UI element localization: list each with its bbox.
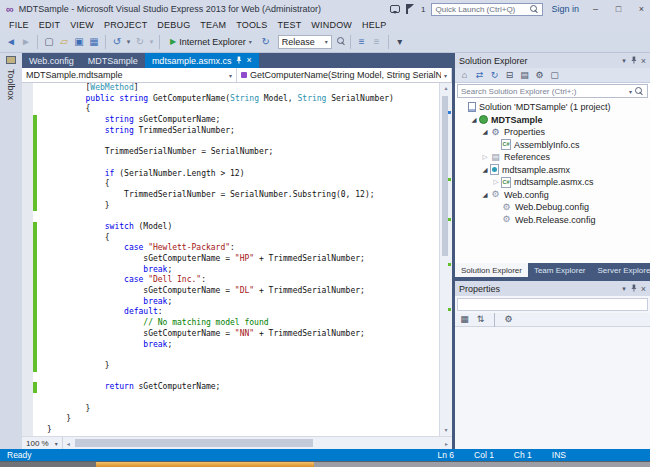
maximize-button[interactable]: □	[610, 4, 627, 14]
uncomment-lines-icon[interactable]: ≡	[370, 37, 384, 47]
sync-with-active-document-icon[interactable]: ⇄	[474, 71, 485, 80]
code-line[interactable]	[22, 158, 439, 169]
window-position-icon[interactable]: ▾	[622, 285, 626, 293]
code-line[interactable]: {	[22, 104, 439, 115]
redo-icon[interactable]: ↻	[133, 37, 147, 47]
code-line[interactable]: public string GetComputerName(String Mod…	[22, 94, 439, 105]
tree-item-mdtsample[interactable]: ◢MDTSample	[455, 114, 650, 127]
properties-icon[interactable]: ⚙	[534, 71, 545, 80]
code-line[interactable]: }	[22, 425, 439, 436]
tree-item-properties[interactable]: ◢⚙Properties	[455, 126, 650, 139]
close-tab-icon[interactable]: ×	[246, 56, 251, 65]
tree-item-references[interactable]: ▷▤References	[455, 151, 650, 164]
code-line[interactable]: TrimmedSerialNumber = SerialNumber;	[22, 147, 439, 158]
undo-icon[interactable]: ↺	[110, 37, 124, 47]
code-line[interactable]: TrimmedSerialNumber = SerialNumber.Subst…	[22, 190, 439, 201]
refresh-icon[interactable]: ↻	[489, 71, 500, 80]
code-line[interactable]: return sGetComputerName;	[22, 382, 439, 393]
menu-tools[interactable]: TOOLS	[231, 20, 272, 30]
window-position-icon[interactable]: ▾	[622, 57, 626, 65]
tab-web-config[interactable]: Web.config	[22, 53, 81, 68]
scroll-left-arrow[interactable]: ◂	[63, 440, 74, 447]
zoom-level-dropdown[interactable]: 100 % ▾	[22, 437, 63, 449]
expander-icon[interactable]: ◢	[469, 116, 479, 124]
open-file-icon[interactable]: ▱	[57, 37, 71, 47]
expander-icon[interactable]: ▷	[491, 178, 501, 186]
scroll-down-arrow[interactable]: ▾	[440, 425, 452, 436]
solution-explorer-search[interactable]: Search Solution Explorer (Ctrl+;) ▾	[457, 84, 648, 98]
minimize-button[interactable]: –	[587, 4, 604, 14]
menu-test[interactable]: TEST	[273, 20, 307, 30]
code-line[interactable]	[22, 136, 439, 147]
expander-icon[interactable]: ◢	[480, 166, 490, 174]
notifications-flag-icon[interactable]	[406, 4, 415, 14]
tree-item-web-debug-config[interactable]: ⚙Web.Debug.config	[455, 201, 650, 214]
panel-tab-team-explorer[interactable]: Team Explorer	[528, 263, 592, 277]
code-line[interactable]: if (SerialNumber.Length > 12)	[22, 169, 439, 180]
code-line[interactable]: }	[22, 361, 439, 372]
code-line[interactable]: {	[22, 233, 439, 244]
menu-window[interactable]: WINDOW	[306, 20, 357, 30]
editor-vertical-scrollbar[interactable]: ▴ ▾	[439, 83, 452, 436]
redo-dropdown-icon[interactable]: ▾	[148, 38, 155, 45]
menu-debug[interactable]: DEBUG	[152, 20, 195, 30]
tree-item-assemblyinfo-cs[interactable]: C#AssemblyInfo.cs	[455, 139, 650, 152]
vertical-scroll-thumb[interactable]	[442, 96, 448, 256]
code-line[interactable]: [WebMethod]	[22, 83, 439, 94]
code-line[interactable]: break;	[22, 340, 439, 351]
tab-mdtsample[interactable]: MDTSample	[81, 53, 145, 68]
expander-icon[interactable]: ▷	[480, 153, 490, 161]
code-line[interactable]: default:	[22, 307, 439, 318]
code-line[interactable]: case "Dell Inc.":	[22, 275, 439, 286]
panel-tab-solution-explorer[interactable]: Solution Explorer	[455, 263, 528, 277]
tree-item-mdtsample-asmx-cs[interactable]: ▷C#mdtsample.asmx.cs	[455, 176, 650, 189]
tree-item-web-config[interactable]: ◢⚙Web.config	[455, 189, 650, 202]
code-line[interactable]: }	[22, 201, 439, 212]
code-line[interactable]: switch (Model)	[22, 222, 439, 233]
code-line[interactable]: case "Hewlett-Packard":	[22, 243, 439, 254]
alphabetical-icon[interactable]: ⇅	[475, 315, 486, 324]
save-all-icon[interactable]: ▦	[87, 37, 101, 47]
members-dropdown[interactable]: GetComputerName(String Model, String Ser…	[237, 68, 452, 82]
pin-icon[interactable]	[630, 284, 637, 294]
toolbar-options-icon[interactable]: ▾	[393, 37, 407, 47]
comment-lines-icon[interactable]: ≡	[355, 37, 369, 47]
code-line[interactable]: sGetComputerName = "HP" + TrimmedSerialN…	[22, 254, 439, 265]
start-debug-button[interactable]: ▶ Internet Explorer ▾	[165, 36, 257, 48]
editor-horizontal-scrollbar[interactable]	[74, 437, 441, 449]
tree-item-web-release-config[interactable]: ⚙Web.Release.config	[455, 214, 650, 227]
close-panel-icon[interactable]: ×	[641, 56, 646, 66]
browser-link-refresh-icon[interactable]: ↻	[259, 37, 273, 47]
code-line[interactable]: string sGetComputerName;	[22, 115, 439, 126]
code-editor[interactable]: [WebMethod] public string GetComputerNam…	[22, 83, 439, 436]
menu-project[interactable]: PROJECT	[99, 20, 152, 30]
scroll-up-arrow[interactable]: ▴	[440, 83, 452, 94]
code-line[interactable]: }	[22, 404, 439, 415]
tab-mdtsample-asmx-cs[interactable]: mdtsample.asmx.cs×	[145, 53, 259, 68]
code-line[interactable]: {	[22, 179, 439, 190]
find-in-files-icon[interactable]	[337, 37, 346, 46]
preview-selected-icon[interactable]: ▢	[549, 71, 560, 80]
title-bar[interactable]: ∞ MDTSample - Microsoft Visual Studio Ex…	[0, 0, 650, 18]
tree-item-mdtsample-asmx[interactable]: ◢mdtsample.asmx	[455, 164, 650, 177]
pin-icon[interactable]	[630, 56, 637, 66]
close-button[interactable]: ×	[633, 4, 650, 14]
menu-help[interactable]: HELP	[357, 20, 391, 30]
navigate-backward-icon[interactable]: ◄	[4, 37, 18, 47]
code-line[interactable]: // No matching model found	[22, 318, 439, 329]
properties-header[interactable]: Properties ▾ ×	[455, 281, 650, 296]
tree-item-solution-mdtsample-1-project[interactable]: Solution 'MDTSample' (1 project)	[455, 101, 650, 114]
code-line[interactable]	[22, 211, 439, 222]
menu-file[interactable]: FILE	[4, 20, 34, 30]
navigate-forward-icon[interactable]: ►	[19, 37, 33, 47]
types-dropdown[interactable]: MDTSample.mdtsample ▾	[22, 68, 237, 82]
feedback-icon[interactable]	[390, 5, 400, 13]
collapse-all-icon[interactable]: ⊟	[504, 71, 515, 80]
save-icon[interactable]: ▣	[72, 37, 86, 47]
solution-config-combo[interactable]: Release ▾	[278, 35, 332, 49]
properties-object-combo[interactable]	[457, 298, 648, 311]
panel-tab-server-explorer[interactable]: Server Explorer	[592, 263, 650, 277]
menu-edit[interactable]: EDIT	[34, 20, 65, 30]
expander-icon[interactable]: ◢	[480, 191, 490, 199]
code-line[interactable]: }	[22, 414, 439, 425]
